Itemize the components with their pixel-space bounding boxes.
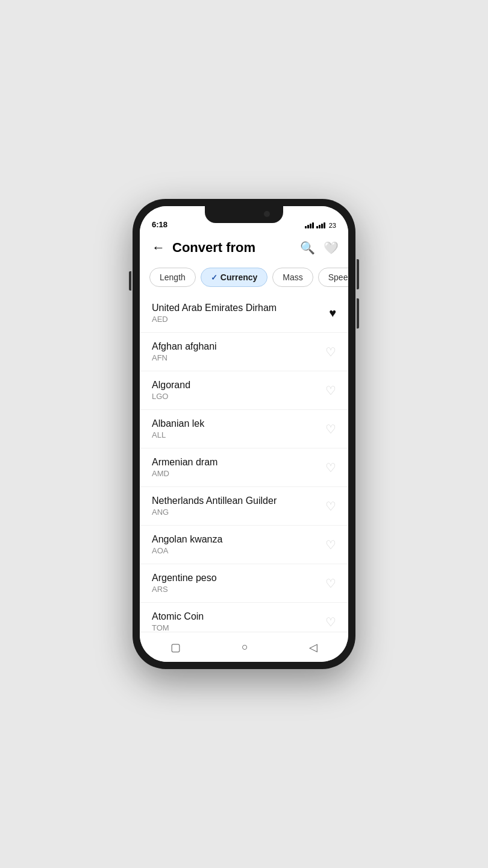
nav-square-button[interactable]: ▢ (158, 636, 193, 659)
tab-mass[interactable]: Mass (272, 268, 313, 287)
header: ← Convert from 🔍 🤍 (140, 233, 348, 265)
check-icon: ✓ (211, 273, 217, 282)
currency-code: LGO (152, 392, 190, 401)
favorite-button[interactable]: ♡ (325, 461, 336, 475)
tab-length[interactable]: Length (149, 268, 196, 287)
currency-code: AED (152, 315, 277, 324)
currency-name: Netherlands Antillean Guilder (152, 495, 277, 506)
favorite-button[interactable]: ♡ (325, 499, 336, 514)
currency-name: Angolan kwanza (152, 534, 222, 545)
status-icons: 23 (305, 222, 336, 229)
currency-code: TOM (152, 623, 204, 632)
currency-name: United Arab Emirates Dirham (152, 303, 277, 313)
favorite-button[interactable]: ♡ (325, 345, 336, 359)
nav-circle-button[interactable]: ○ (230, 636, 260, 658)
filter-tabs: Length ✓ Currency Mass Speed (140, 265, 348, 294)
currency-name: Argentine peso (152, 573, 217, 583)
list-item[interactable]: United Arab Emirates DirhamAED♥ (140, 294, 348, 333)
currency-code: AMD (152, 469, 217, 478)
favorite-button[interactable]: ♡ (325, 538, 336, 552)
list-item[interactable]: Angolan kwanzaAOA♡ (140, 526, 348, 564)
favorite-button[interactable]: ♡ (325, 576, 336, 591)
currency-code: ARS (152, 585, 217, 594)
list-item[interactable]: AlgorandLGO♡ (140, 371, 348, 410)
list-item[interactable]: Armenian dramAMD♡ (140, 448, 348, 487)
back-button[interactable]: ← (149, 237, 167, 258)
list-item[interactable]: Netherlands Antillean GuilderANG♡ (140, 487, 348, 526)
signal-icon (305, 222, 314, 228)
currency-list: United Arab Emirates DirhamAED♥Afghan af… (140, 294, 348, 632)
favorite-button[interactable]: ♡ (325, 383, 336, 398)
currency-code: ANG (152, 508, 277, 517)
currency-name: Algorand (152, 380, 190, 391)
list-item[interactable]: Albanian lekALL♡ (140, 410, 348, 448)
bottom-navigation: ▢ ○ ◁ (140, 632, 348, 662)
favorite-button[interactable]: ♥ (329, 306, 336, 320)
list-item[interactable]: Argentine pesoARS♡ (140, 564, 348, 603)
search-button[interactable]: 🔍 (300, 241, 315, 255)
status-time: 6:18 (152, 220, 167, 229)
battery-icon: 23 (329, 222, 336, 229)
currency-name: Afghan afghani (152, 341, 217, 352)
signal-icon-2 (316, 222, 325, 228)
page-title: Convert from (172, 240, 300, 256)
currency-code: ALL (152, 430, 204, 439)
tab-speed[interactable]: Speed (318, 268, 348, 287)
currency-name: Albanian lek (152, 418, 204, 429)
currency-name: Atomic Coin (152, 611, 204, 622)
currency-code: AFN (152, 353, 217, 362)
list-item[interactable]: Atomic CoinTOM♡ (140, 603, 348, 632)
header-actions: 🔍 🤍 (300, 241, 339, 255)
currency-name: Armenian dram (152, 457, 217, 468)
tab-currency[interactable]: ✓ Currency (201, 268, 267, 287)
currency-code: AOA (152, 546, 222, 555)
list-item[interactable]: Afghan afghaniAFN♡ (140, 333, 348, 371)
favorites-button[interactable]: 🤍 (324, 241, 339, 255)
favorite-button[interactable]: ♡ (325, 422, 336, 436)
nav-back-button[interactable]: ◁ (297, 636, 330, 659)
favorite-button[interactable]: ♡ (325, 615, 336, 629)
